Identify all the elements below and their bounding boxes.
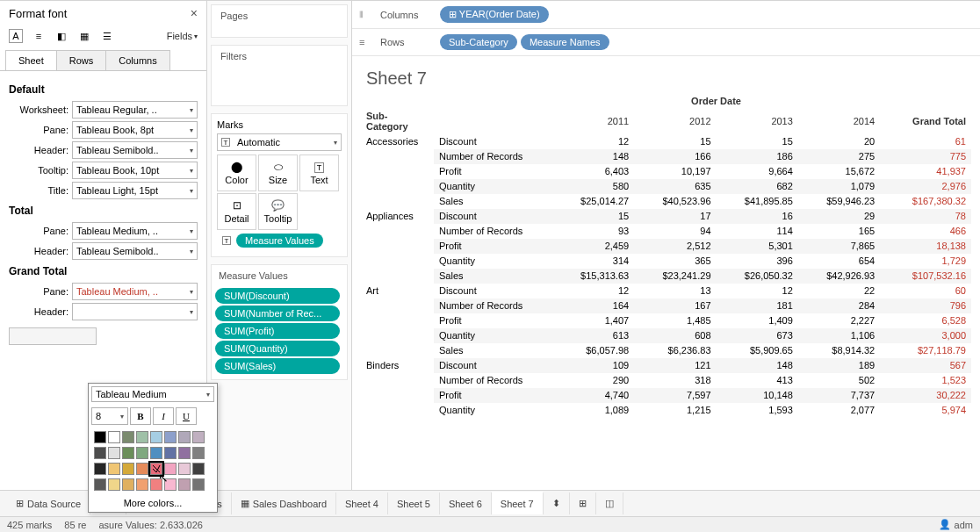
alignment-icon[interactable]: ≡ (32, 29, 46, 43)
font-select[interactable]: Tableau Book, 8pt▾ (72, 121, 198, 139)
clear-button[interactable] (9, 327, 97, 345)
new-dashboard-icon[interactable]: ⊞ (570, 492, 596, 514)
section-default: Default (9, 83, 198, 96)
font-select[interactable]: Tableau Semibold..▾ (72, 141, 198, 159)
color-swatch[interactable] (178, 447, 191, 459)
font-select[interactable]: Tableau Medium, ..▾ (72, 283, 198, 300)
color-swatch[interactable] (192, 478, 205, 491)
measure-pill[interactable]: SUM(Discount) (215, 288, 340, 304)
new-story-icon[interactable]: ◫ (596, 492, 623, 514)
color-swatch[interactable] (94, 447, 106, 459)
color-swatch[interactable] (150, 447, 162, 459)
table-row: Number of Records9394114165466 (361, 224, 971, 239)
tab-sheet[interactable]: Sheet (5, 50, 57, 70)
status-bar: 425 marks 85 re asure Values: 2.633.026 … (0, 516, 980, 532)
sheet-tab[interactable]: Sheet 6 (440, 492, 492, 514)
font-select[interactable]: Tableau Light, 15pt▾ (72, 182, 198, 199)
font-select[interactable]: ▾ (72, 303, 198, 320)
close-icon[interactable]: × (191, 6, 198, 20)
color-swatch[interactable] (136, 478, 148, 491)
filters-shelf[interactable]: Filters (211, 45, 348, 106)
measure-pill[interactable]: SUM(Profit) (215, 323, 340, 339)
color-swatch[interactable] (94, 431, 106, 443)
user-label: adm (955, 520, 973, 530)
fields-dropdown[interactable]: Fields ▾ (167, 31, 198, 41)
measure-pill[interactable]: SUM(Number of Rec... (215, 306, 340, 321)
rows-shelf[interactable]: ≡ Rows Sub-CategoryMeasure Names (352, 29, 980, 56)
user-icon: 👤 (939, 519, 951, 530)
pages-shelf[interactable]: Pages (211, 4, 348, 38)
tab-columns[interactable]: Columns (105, 50, 169, 70)
sheet-tab[interactable]: Sheet 7 (492, 492, 544, 514)
font-a-icon[interactable]: A (9, 29, 23, 43)
form-label: Pane: (9, 286, 68, 297)
color-swatch[interactable] (178, 431, 191, 443)
color-swatch[interactable] (164, 431, 177, 443)
mark-tooltip-button[interactable]: 💬Tooltip (258, 193, 298, 230)
measure-pill[interactable]: SUM(Sales) (215, 358, 340, 374)
sheet-tab[interactable]: ▦ Sales Dashboard (232, 492, 336, 514)
color-swatch[interactable] (108, 463, 120, 475)
column-pill[interactable]: ⊞ YEAR(Order Date) (440, 6, 549, 23)
table-row: Profit2,4592,5125,3017,86518,138 (361, 239, 971, 254)
font-select[interactable]: Tableau Medium, ..▾ (72, 222, 198, 240)
color-swatch[interactable] (164, 447, 177, 459)
shading-icon[interactable]: ◧ (54, 29, 68, 43)
more-colors-link[interactable]: More colors... (89, 494, 217, 512)
color-swatch[interactable] (178, 463, 191, 475)
data-source-tab[interactable]: ⊞ Data Source (7, 492, 90, 514)
color-swatch[interactable] (94, 463, 106, 475)
color-swatch[interactable] (108, 447, 120, 459)
rows-count: 85 re (64, 520, 86, 530)
table-row: ArtDiscount1213122260 (361, 284, 971, 298)
color-swatch[interactable] (136, 447, 148, 459)
mark-detail-button[interactable]: ⊡Detail (217, 193, 256, 230)
measure-pill[interactable]: SUM(Quantity) (215, 341, 340, 356)
mark-size-button[interactable]: ⬭Size (258, 155, 298, 191)
new-worksheet-icon[interactable]: ⬍ (544, 492, 570, 514)
font-family-select[interactable]: Tableau Medium▾ (91, 386, 214, 402)
color-swatch[interactable]: ↖ (150, 463, 162, 475)
color-swatch[interactable] (136, 431, 148, 443)
color-swatch[interactable] (178, 478, 191, 491)
color-swatch[interactable] (94, 478, 106, 491)
color-swatch[interactable] (122, 463, 134, 475)
form-label: Header: (9, 306, 68, 317)
tab-rows[interactable]: Rows (56, 50, 107, 70)
color-swatch[interactable] (136, 463, 148, 475)
form-label: Tooltip: (9, 165, 68, 176)
font-select[interactable]: Tableau Book, 10pt▾ (72, 162, 198, 179)
color-swatch[interactable] (150, 431, 162, 443)
section-total: Total (9, 205, 198, 217)
color-swatch[interactable] (122, 478, 134, 491)
mark-color-button[interactable]: ⬤Color (217, 155, 256, 191)
row-pill[interactable]: Sub-Category (440, 34, 517, 50)
lines-icon[interactable]: ☰ (100, 29, 114, 43)
color-swatch[interactable] (108, 431, 120, 443)
crosstab: Order Date Sub-Category2011201220132014G… (361, 94, 971, 418)
color-swatch[interactable] (122, 431, 134, 443)
row-pill[interactable]: Measure Names (521, 34, 609, 50)
form-label: Pane: (9, 125, 68, 135)
color-swatch[interactable] (192, 431, 205, 443)
sheet-tab[interactable]: Sheet 5 (388, 492, 440, 514)
font-select[interactable]: Tableau Regular, ..▾ (72, 101, 198, 119)
color-swatch[interactable] (192, 463, 205, 475)
font-select[interactable]: Tableau Semibold..▾ (72, 242, 198, 260)
borders-icon[interactable]: ▦ (77, 29, 91, 43)
bold-button[interactable]: B (130, 407, 151, 425)
font-size-select[interactable]: 8▾ (91, 407, 128, 425)
sheet-tab[interactable]: Sheet 4 (336, 492, 388, 514)
color-swatch[interactable] (122, 447, 134, 459)
mark-text-button[interactable]: TText (299, 155, 339, 191)
color-swatch[interactable] (108, 478, 120, 491)
measure-values-pill[interactable]: Measure Values (236, 234, 323, 248)
underline-button[interactable]: U (176, 407, 197, 425)
color-swatch[interactable] (192, 447, 205, 459)
table-row: Sales$15,313.63$23,241.29$26,050.32$42,9… (361, 269, 971, 284)
mark-type-select[interactable]: T Automatic ▾ (217, 133, 342, 151)
columns-shelf[interactable]: ⦀ Columns ⊞ YEAR(Order Date) (352, 1, 980, 29)
section-grand-total: Grand Total (9, 265, 198, 277)
italic-button[interactable]: I (153, 407, 174, 425)
sheet-title[interactable]: Sheet 7 (352, 56, 980, 94)
